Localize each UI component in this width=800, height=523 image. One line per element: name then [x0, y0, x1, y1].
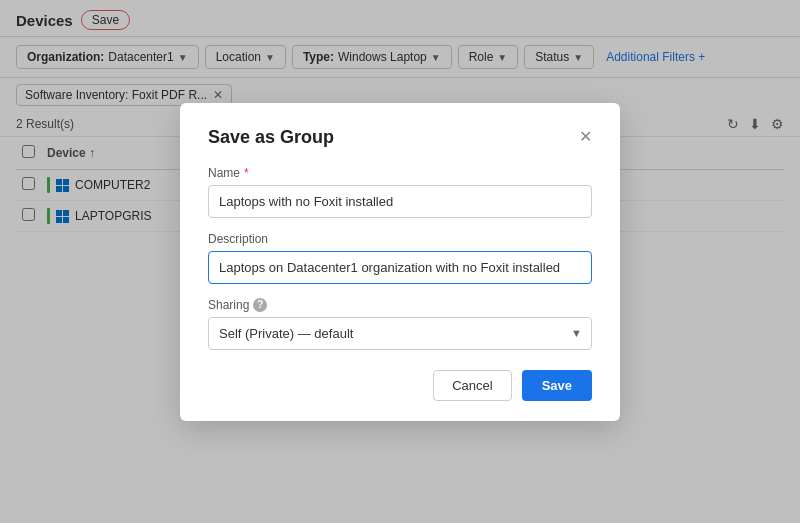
description-label: Description [208, 232, 592, 246]
description-label-text: Description [208, 232, 268, 246]
sharing-form-group: Sharing ? Self (Private) — default Every… [208, 298, 592, 350]
name-input[interactable] [208, 185, 592, 218]
save-button[interactable]: Save [522, 370, 592, 401]
sharing-help-icon[interactable]: ? [253, 298, 267, 312]
name-label-text: Name [208, 166, 240, 180]
sharing-label: Sharing ? [208, 298, 592, 312]
cancel-button[interactable]: Cancel [433, 370, 511, 401]
save-group-modal: Save as Group ✕ Name * Description [180, 103, 620, 421]
page-background: Devices Save Organization: Datacenter1 ▼… [0, 0, 800, 523]
modal-title: Save as Group [208, 127, 334, 148]
modal-overlay: Save as Group ✕ Name * Description [0, 0, 800, 523]
name-label: Name * [208, 166, 592, 180]
sharing-select-wrap: Self (Private) — default Everyone Organi… [208, 317, 592, 350]
modal-close-button[interactable]: ✕ [579, 129, 592, 145]
description-input[interactable] [208, 251, 592, 284]
name-form-group: Name * [208, 166, 592, 218]
sharing-select[interactable]: Self (Private) — default Everyone Organi… [208, 317, 592, 350]
name-required-star: * [244, 166, 249, 180]
sharing-label-text: Sharing [208, 298, 249, 312]
modal-footer: Cancel Save [208, 370, 592, 401]
modal-header: Save as Group ✕ [208, 127, 592, 148]
description-form-group: Description [208, 232, 592, 284]
